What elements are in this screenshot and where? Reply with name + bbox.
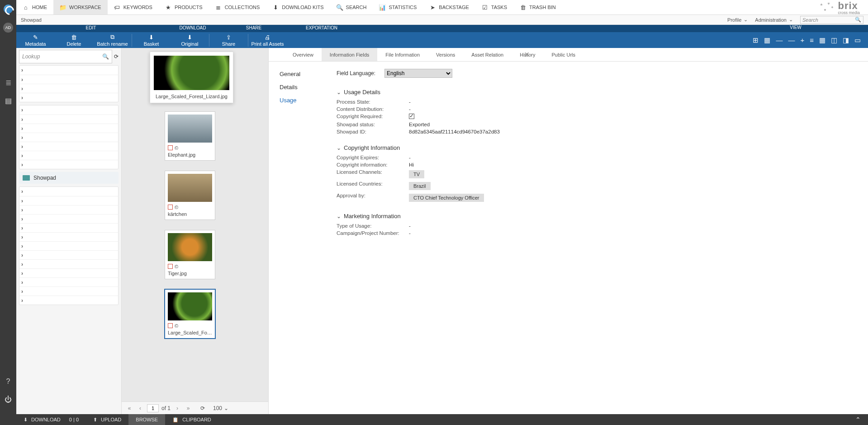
pager-size-select[interactable]: 100⌄ bbox=[213, 405, 228, 411]
tree-item[interactable] bbox=[19, 250, 118, 259]
tree-item[interactable] bbox=[19, 205, 118, 214]
field-language-select[interactable]: English bbox=[384, 69, 452, 78]
asset-card[interactable]: ©Large_Scaled_Fores... bbox=[165, 289, 215, 339]
group-toggle[interactable]: ⌄Usage Details bbox=[337, 89, 857, 96]
chip[interactable]: Brazil bbox=[409, 182, 431, 190]
tree-folder-showpad[interactable]: Showpad bbox=[19, 172, 119, 184]
tree-item[interactable] bbox=[19, 160, 118, 169]
chip[interactable]: CTO Chief Technology Officer bbox=[409, 194, 484, 202]
pager-last[interactable]: » bbox=[184, 405, 192, 411]
nav-home[interactable]: ⌂HOME bbox=[16, 0, 53, 14]
nav-collections[interactable]: ≣COLLECTIONS bbox=[209, 0, 266, 14]
profile-dropdown[interactable]: Profile⌄ bbox=[727, 17, 748, 23]
pager-next[interactable]: › bbox=[173, 405, 181, 411]
tab-versions[interactable]: Versions bbox=[428, 48, 463, 61]
view-tool-icon[interactable]: — bbox=[788, 36, 795, 44]
tree-item[interactable] bbox=[19, 187, 118, 196]
nav-trash-bin[interactable]: 🗑TRASH BIN bbox=[513, 0, 562, 14]
chevron-right-icon bbox=[21, 225, 27, 231]
view-tool-icon[interactable]: ▦ bbox=[819, 36, 825, 44]
app-logo[interactable] bbox=[4, 5, 13, 14]
pager-reload[interactable]: ⟳ bbox=[200, 405, 205, 411]
tree-item[interactable] bbox=[19, 124, 118, 133]
admin-dropdown[interactable]: Administration⌄ bbox=[755, 17, 793, 23]
tab-overview[interactable]: Overview bbox=[285, 48, 322, 61]
tree-item[interactable] bbox=[19, 142, 118, 151]
ribbon-delete-button[interactable]: 🗑Delete bbox=[55, 34, 93, 47]
tree-item[interactable] bbox=[19, 287, 118, 296]
nav-search[interactable]: 🔍SEARCH bbox=[330, 0, 373, 14]
tab-information-fields[interactable]: Information Fields bbox=[322, 48, 377, 61]
tab-asset-relation[interactable]: Asset Relation bbox=[463, 48, 512, 61]
tree-item[interactable] bbox=[19, 84, 118, 93]
chip[interactable]: TV bbox=[409, 170, 424, 178]
tree-item[interactable] bbox=[19, 259, 118, 268]
refresh-tree-icon[interactable]: ⟳ bbox=[114, 53, 119, 60]
pager-first[interactable]: « bbox=[125, 405, 133, 411]
tree-item[interactable] bbox=[19, 93, 118, 102]
tree-item[interactable] bbox=[19, 223, 118, 232]
tree-scroll[interactable]: Showpad bbox=[16, 65, 121, 414]
global-search-input[interactable]: Search🔍 bbox=[800, 16, 863, 24]
view-tool-icon[interactable]: ▦ bbox=[764, 36, 770, 44]
side-nav-details[interactable]: Details bbox=[280, 84, 334, 91]
tree-item[interactable] bbox=[19, 277, 118, 287]
upload-tray[interactable]: ⬆UPLOAD bbox=[86, 414, 128, 425]
ribbon-print-all-assets-button[interactable]: 🖨Print all Assets bbox=[248, 34, 287, 47]
tree-item[interactable] bbox=[19, 66, 118, 75]
bottombar-expand[interactable]: ⌃ bbox=[848, 416, 868, 423]
nav-statistics[interactable]: 📊STATISTICS bbox=[373, 0, 423, 14]
pager-page-input[interactable] bbox=[147, 404, 159, 412]
nav-tasks[interactable]: ☑TASKS bbox=[475, 0, 513, 14]
download-tray[interactable]: ⬇DOWNLOAD 0 | 0 bbox=[16, 414, 86, 425]
tree-item[interactable] bbox=[19, 268, 118, 277]
nav-keywords[interactable]: 🏷KEYWORDS bbox=[108, 0, 159, 14]
tree-item[interactable] bbox=[19, 232, 118, 241]
tab-public-urls[interactable]: Public Urls bbox=[543, 48, 583, 61]
view-tool-icon[interactable]: ◨ bbox=[843, 36, 849, 44]
tree-item[interactable] bbox=[19, 196, 118, 205]
nav-backstage[interactable]: ➤BACKSTAGE bbox=[423, 0, 475, 14]
side-nav-usage[interactable]: Usage bbox=[280, 97, 334, 104]
nav-workspace[interactable]: 📁WORKSPACE bbox=[53, 0, 108, 14]
asset-card[interactable]: ©Elephant.jpg bbox=[165, 111, 215, 161]
tree-item[interactable] bbox=[19, 75, 118, 84]
tree-item[interactable] bbox=[19, 105, 118, 115]
group-toggle[interactable]: ⌄Copyright Information bbox=[337, 144, 857, 151]
pager-prev[interactable]: ‹ bbox=[136, 405, 144, 411]
group-toggle[interactable]: ⌄Marketing Information bbox=[337, 213, 857, 220]
ribbon-metadata-button[interactable]: ✎Metadata bbox=[16, 34, 55, 47]
side-nav-general[interactable]: General bbox=[280, 71, 334, 77]
ribbon-share-button[interactable]: ⇪Share bbox=[209, 34, 248, 47]
view-tool-icon[interactable]: ◫ bbox=[831, 36, 837, 44]
clipboard-tray[interactable]: 📋CLIPBOARD bbox=[165, 414, 218, 425]
tab-file-information[interactable]: File Information bbox=[377, 48, 428, 61]
power-icon[interactable]: ⏻ bbox=[4, 395, 13, 404]
tree-item[interactable] bbox=[19, 241, 118, 250]
tree-item[interactable] bbox=[19, 214, 118, 223]
user-avatar[interactable]: AD bbox=[3, 23, 13, 33]
browse-button[interactable]: BROWSE bbox=[128, 414, 165, 425]
asset-card[interactable]: ©Tiger.jpg bbox=[165, 230, 215, 279]
ribbon-original-button[interactable]: ⬇Original bbox=[171, 34, 209, 47]
tree-item[interactable] bbox=[19, 296, 118, 305]
tree-lookup-input[interactable]: Lookup🔍 bbox=[19, 50, 112, 63]
ribbon-basket-button[interactable]: ⬇Basket bbox=[132, 34, 171, 47]
view-tool-icon[interactable]: ⊞ bbox=[753, 36, 759, 44]
widget-icon[interactable]: ▤ bbox=[4, 96, 13, 105]
chevron-right-icon bbox=[21, 116, 27, 123]
view-tool-icon[interactable]: — bbox=[776, 36, 783, 44]
nav-products[interactable]: ★PRODUCTS bbox=[159, 0, 209, 14]
tree-item[interactable] bbox=[19, 115, 118, 124]
view-tool-icon[interactable]: ≡ bbox=[810, 36, 814, 44]
asset-card[interactable]: ©kärtchen bbox=[165, 171, 215, 220]
close-detail-button[interactable]: ✕ bbox=[524, 51, 530, 58]
ribbon-batch-rename-button[interactable]: ⧉Batch rename bbox=[93, 33, 132, 47]
tree-item[interactable] bbox=[19, 133, 118, 142]
tree-item[interactable] bbox=[19, 151, 118, 160]
nav-download-kits[interactable]: ⬇DOWNLOAD KITS bbox=[266, 0, 330, 14]
layers-icon[interactable]: ≣ bbox=[4, 78, 13, 87]
help-icon[interactable]: ? bbox=[4, 377, 13, 386]
view-tool-icon[interactable]: ▭ bbox=[854, 36, 861, 44]
view-tool-icon[interactable]: + bbox=[800, 36, 804, 44]
